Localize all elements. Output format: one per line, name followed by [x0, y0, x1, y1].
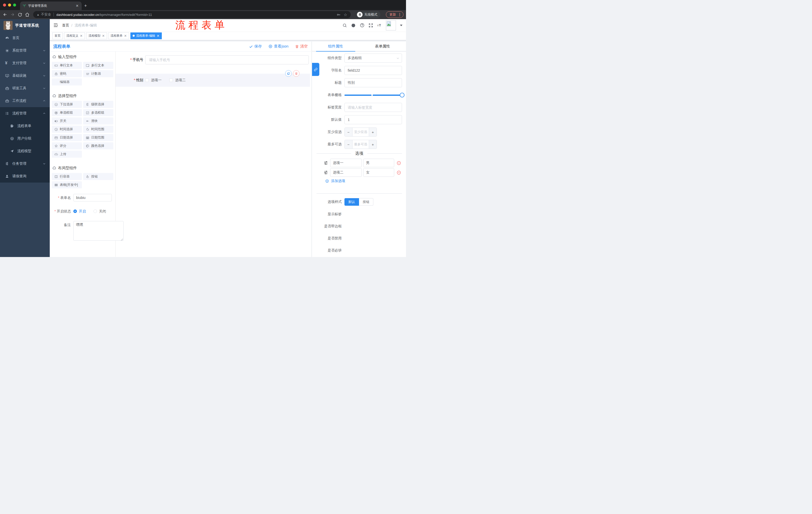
palette-item-slider[interactable]: 滑块: [83, 117, 113, 125]
fullscreen-icon[interactable]: [369, 23, 373, 28]
tag-close-icon[interactable]: ✕: [80, 34, 83, 38]
home-icon[interactable]: [25, 12, 30, 17]
status-on-radio[interactable]: [74, 210, 77, 213]
browser-update-button[interactable]: 更新: [386, 11, 404, 18]
gender-option1-checkbox[interactable]: [145, 78, 149, 82]
field-name-input[interactable]: [344, 66, 402, 75]
palette-item-button[interactable]: 按钮: [83, 173, 113, 180]
option-style-default-button[interactable]: 默认: [344, 198, 359, 206]
palette-item-table[interactable]: 表格[开发中]: [52, 181, 82, 188]
sidebar-item-process-mgmt[interactable]: 流程管理: [0, 107, 50, 120]
sidebar-item-infra[interactable]: 基础设施: [0, 70, 50, 82]
password-key-icon[interactable]: [337, 12, 341, 17]
component-type-value[interactable]: [344, 54, 402, 63]
palette-item-checkbox-group[interactable]: 多选框组: [83, 109, 113, 116]
title-input[interactable]: [344, 78, 402, 87]
minimize-window-button[interactable]: [8, 3, 11, 6]
palette-item-rate[interactable]: 评分: [52, 142, 82, 150]
github-icon[interactable]: [351, 23, 356, 28]
avatar[interactable]: [386, 20, 396, 30]
form-canvas[interactable]: 手机号 性别 选项一: [116, 52, 311, 257]
tab-component-props[interactable]: 组件属性: [312, 42, 359, 51]
sidebar-item-user-group[interactable]: 用户分组: [0, 132, 50, 145]
minus-button[interactable]: −: [345, 128, 352, 136]
palette-item-date-range[interactable]: 日期范围: [83, 134, 113, 141]
remark-textarea[interactable]: 嘿嘿: [74, 221, 124, 241]
palette-item-counter[interactable]: 123 计数器: [83, 70, 113, 77]
slider-thumb[interactable]: [400, 93, 405, 98]
remove-option-icon[interactable]: [397, 170, 401, 175]
save-button[interactable]: 保存: [249, 44, 262, 49]
tab-form-props[interactable]: 表单属性: [359, 42, 406, 51]
sidebar-item-home[interactable]: 首页: [0, 32, 50, 44]
palette-item-select[interactable]: 下拉选择: [52, 101, 82, 108]
tag-process-model[interactable]: 流程模型✕: [86, 32, 107, 39]
reload-icon[interactable]: [18, 12, 22, 17]
help-icon[interactable]: [360, 23, 365, 28]
canvas-field-gender-selected[interactable]: 性别 选项一 选项二: [116, 74, 310, 87]
tag-process-definition[interactable]: 流程定义✕: [64, 32, 85, 39]
new-tab-button[interactable]: +: [84, 3, 87, 8]
palette-item-radio-group[interactable]: 单选框组: [52, 109, 82, 116]
component-type-select[interactable]: [344, 54, 402, 63]
form-name-input[interactable]: [74, 194, 112, 201]
palette-item-date-picker[interactable]: 日期选择: [52, 134, 82, 141]
window-controls[interactable]: [3, 0, 16, 10]
sidebar-logo[interactable]: 芋道管理系统: [0, 19, 50, 32]
plus-button[interactable]: +: [369, 128, 377, 136]
label-width-input[interactable]: [344, 103, 402, 112]
tag-close-icon[interactable]: ✕: [124, 34, 127, 38]
sidebar-item-workflow[interactable]: 工作流程: [0, 94, 50, 107]
option-value-input[interactable]: [363, 159, 394, 167]
gender-option2-checkbox[interactable]: [169, 78, 173, 82]
palette-item-multi-text[interactable]: 多行文本: [83, 62, 113, 69]
sidebar-item-leave-query[interactable]: 请假查询: [0, 170, 50, 183]
palette-item-row-container[interactable]: 行容器: [52, 173, 82, 180]
delete-field-button[interactable]: [293, 70, 299, 77]
option-label-input[interactable]: [330, 168, 362, 177]
plus-button[interactable]: +: [369, 140, 377, 148]
bookmark-star-icon[interactable]: ☆: [344, 12, 347, 17]
palette-item-upload[interactable]: 上传: [52, 151, 82, 158]
font-size-icon[interactable]: TT: [377, 23, 382, 28]
avatar-caret-icon[interactable]: [400, 25, 403, 26]
drag-handle-icon[interactable]: [324, 161, 328, 165]
max-select-placeholder[interactable]: 最多可选: [352, 140, 369, 148]
tab-close-icon[interactable]: ✕: [75, 4, 79, 8]
tag-home[interactable]: 首页: [52, 32, 63, 39]
view-json-button[interactable]: 查看json: [268, 44, 288, 49]
palette-item-single-text[interactable]: 单行文本: [52, 62, 82, 69]
palette-item-time-range[interactable]: 时间范围: [83, 126, 113, 133]
browser-menu-dots-icon[interactable]: [398, 12, 402, 17]
phone-input[interactable]: [145, 55, 309, 64]
sidebar-item-payment[interactable]: ¥ 支付管理: [0, 57, 50, 70]
minus-button[interactable]: −: [345, 140, 352, 148]
palette-item-color-picker[interactable]: 颜色选择: [83, 142, 113, 150]
palette-item-time-picker[interactable]: 时间选择: [52, 126, 82, 133]
gender-option2-label[interactable]: 选项二: [175, 78, 186, 82]
option-label-input[interactable]: [330, 159, 362, 167]
close-window-button[interactable]: [3, 3, 6, 6]
copy-field-button[interactable]: [285, 70, 292, 77]
palette-item-password[interactable]: 密码: [52, 70, 82, 77]
breadcrumb-home[interactable]: 首页: [62, 23, 69, 28]
collapse-sidebar-icon[interactable]: [53, 23, 58, 28]
remove-option-icon[interactable]: [397, 161, 401, 165]
status-off-label[interactable]: 关闭: [99, 208, 106, 215]
tag-close-icon[interactable]: ✕: [102, 34, 105, 38]
url-bar[interactable]: ▲ 不安全 dashboard.yudao.iocoder.cn /bpm/ma…: [33, 11, 351, 18]
back-icon[interactable]: [2, 12, 7, 17]
palette-item-editor[interactable]: 编辑器: [52, 78, 82, 85]
palette-item-cascade[interactable]: 级联选择: [83, 101, 113, 108]
sidebar-item-process-form[interactable]: 流程表单: [0, 120, 50, 132]
zoom-window-button[interactable]: [13, 3, 16, 6]
sidebar-item-system[interactable]: 系统管理: [0, 44, 50, 57]
slider-track[interactable]: [344, 94, 402, 96]
option-style-button-button[interactable]: 按钮: [359, 198, 373, 206]
tag-close-icon[interactable]: ✕: [157, 34, 160, 38]
gender-option1-label[interactable]: 选项一: [151, 78, 162, 82]
clear-button[interactable]: 清空: [295, 44, 308, 49]
status-on-label[interactable]: 开启: [79, 208, 86, 215]
tag-process-form[interactable]: 流程表单✕: [108, 32, 129, 39]
link-handle[interactable]: [312, 63, 319, 76]
